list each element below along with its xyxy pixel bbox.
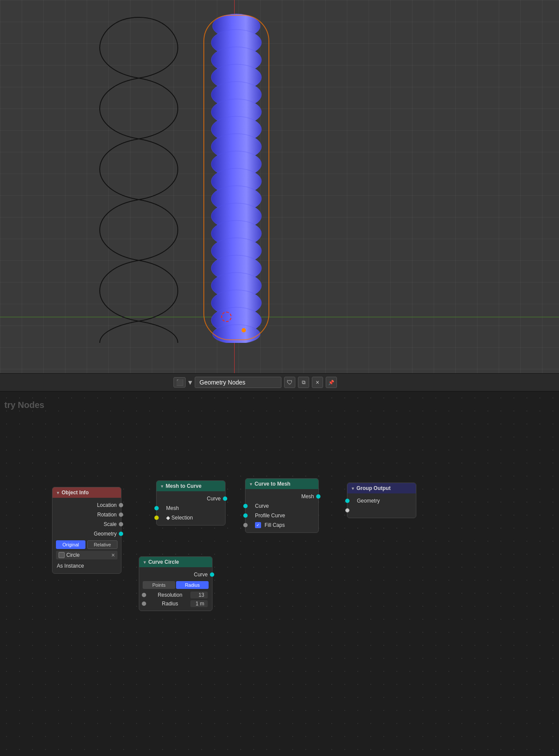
socket-profile-curve-in	[243, 513, 248, 518]
input-curve: Curve	[245, 501, 318, 511]
radius-value[interactable]: 1 m	[190, 600, 208, 607]
object-selector[interactable]: Circle ×	[56, 551, 118, 559]
node-mesh-to-curve: ▾ Mesh to Curve Curve Mesh ◆ Selection	[156, 480, 226, 526]
collapse-chevron-icon[interactable]: ▾	[161, 484, 163, 489]
input-selection: ◆ Selection	[157, 513, 225, 523]
radius-field: Radius 1 m	[139, 599, 212, 608]
points-button[interactable]: Points	[143, 581, 175, 589]
socket-selection-in	[154, 516, 159, 520]
output-curve: Curve	[139, 570, 212, 579]
output-scale: Scale	[52, 519, 121, 529]
axis-horizontal	[0, 317, 559, 317]
copy-icon: ⧉	[302, 379, 306, 385]
node-object-info-header: ▾ Object Info	[52, 487, 121, 498]
orange-selection-dot	[242, 328, 246, 332]
pin-button[interactable]: 📌	[326, 377, 337, 388]
fill-caps-checkbox[interactable]: ✓	[255, 522, 261, 528]
copy-button[interactable]: ⧉	[298, 377, 309, 388]
pin-icon: 📌	[328, 380, 334, 385]
socket-rotation-out	[119, 513, 123, 517]
collapse-chevron-icon[interactable]: ▾	[250, 482, 252, 486]
object-name: Circle	[66, 552, 110, 558]
node-group-output: ▾ Group Output Geometry	[347, 483, 416, 518]
socket-geometry-out	[119, 532, 123, 536]
output-rotation: Rotation	[52, 510, 121, 519]
socket-scale-out	[119, 522, 123, 526]
shield-button[interactable]: 🛡	[284, 377, 295, 388]
object-color-swatch	[59, 552, 65, 558]
node-curve-circle-header: ▾ Curve Circle	[139, 557, 212, 567]
output-curve: Curve	[157, 494, 225, 503]
origin-marker	[221, 312, 232, 322]
socket-mesh-out	[316, 494, 320, 499]
socket-curve-in	[243, 504, 248, 508]
original-button[interactable]: Original	[56, 540, 85, 549]
node-object-info: ▾ Object Info Location Rotation Scale Ge…	[52, 487, 121, 574]
dropdown-chevron-icon: ▾	[188, 378, 192, 387]
input-fill-caps: ✓ Fill Caps	[245, 520, 318, 530]
node-mesh-to-curve-body: Curve Mesh ◆ Selection	[157, 491, 225, 525]
input-geometry: Geometry	[347, 496, 416, 506]
resolution-value[interactable]: 13	[190, 592, 208, 598]
as-instance-row: As Instance	[52, 561, 121, 571]
relative-button[interactable]: Relative	[87, 540, 118, 549]
close-button[interactable]: ×	[312, 377, 323, 388]
close-icon: ×	[316, 379, 319, 386]
editor-type-icon: ⬛	[176, 379, 183, 386]
resolution-field: Resolution 13	[139, 591, 212, 599]
rope-object	[199, 13, 273, 343]
output-geometry: Geometry	[52, 529, 121, 539]
socket-curve-circle-out	[210, 572, 214, 577]
socket-resolution-in	[142, 593, 146, 597]
socket-geometry-in	[345, 499, 350, 503]
socket-location-out	[119, 503, 123, 507]
node-editor-header: ⬛ ▾ Geometry Nodes 🛡 ⧉ × 📌	[0, 373, 559, 391]
output-location: Location	[52, 500, 121, 510]
socket-mesh-in	[154, 506, 159, 510]
node-editor-canvas[interactable]: try Nodes ▾ Object Info Location Rotatio…	[0, 391, 559, 756]
input-empty	[347, 506, 416, 515]
collapse-chevron-icon[interactable]: ▾	[352, 486, 354, 491]
node-mesh-to-curve-header: ▾ Mesh to Curve	[157, 481, 225, 491]
node-group-output-body: Geometry	[347, 493, 416, 518]
object-clear-button[interactable]: ×	[111, 552, 115, 559]
node-curve-circle-body: Curve Points Radius Resolution 13 Radius…	[139, 567, 212, 611]
node-object-info-body: Location Rotation Scale Geometry Origina…	[52, 498, 121, 573]
input-mesh: Mesh	[157, 503, 225, 513]
collapse-chevron-icon[interactable]: ▾	[57, 490, 59, 495]
socket-empty-in	[345, 508, 350, 513]
output-mesh: Mesh	[245, 492, 318, 501]
node-curve-circle: ▾ Curve Circle Curve Points Radius Resol…	[139, 556, 212, 611]
socket-curve-out	[223, 496, 227, 501]
viewport-3d[interactable]	[0, 0, 559, 373]
socket-radius-in	[142, 602, 146, 606]
editor-area-label: try Nodes	[4, 400, 44, 410]
input-profile-curve: Profile Curve	[245, 511, 318, 520]
node-curve-to-mesh-body: Mesh Curve Profile Curve ✓ Fill Caps	[245, 489, 318, 532]
node-curve-to-mesh: ▾ Curve to Mesh Mesh Curve Profile Curve…	[245, 478, 319, 533]
shield-icon: 🛡	[287, 379, 293, 386]
node-group-title: Geometry Nodes	[195, 377, 281, 388]
radius-button[interactable]: Radius	[176, 581, 209, 589]
spiral-curve	[95, 13, 182, 353]
node-group-output-header: ▾ Group Output	[347, 483, 416, 493]
object-info-mode-buttons: Original Relative	[56, 540, 118, 549]
editor-type-button[interactable]: ⬛	[173, 377, 186, 388]
socket-fill-caps-in	[243, 523, 248, 527]
node-curve-to-mesh-header: ▾ Curve to Mesh	[245, 479, 318, 489]
collapse-chevron-icon[interactable]: ▾	[144, 560, 146, 565]
curve-circle-mode-buttons: Points Radius	[143, 581, 209, 589]
